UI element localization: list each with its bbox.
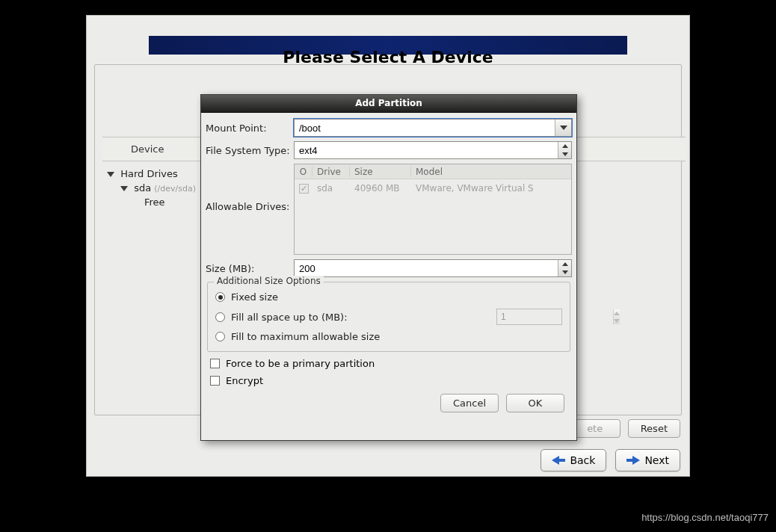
mount-point-label: Mount Point:	[206, 123, 294, 134]
group-title: Additional Size Options	[214, 276, 324, 286]
drives-col-size[interactable]: Size	[350, 167, 411, 177]
checkbox-disabled-icon: ✓	[299, 184, 309, 194]
drives-col-check[interactable]: O	[295, 167, 312, 177]
back-label: Back	[570, 454, 595, 466]
radio-fill-up-to[interactable]: Fill all space up to (MB):	[215, 306, 562, 328]
chevron-down-icon	[560, 126, 567, 130]
size-label: Size (MB):	[206, 263, 294, 274]
drive-row[interactable]: ✓ sda 40960 MB VMware, VMware Virtual S	[295, 179, 571, 196]
tree-label: Hard Drives	[120, 168, 178, 179]
chevron-down-icon[interactable]	[120, 186, 128, 191]
chevron-down-icon	[562, 270, 568, 274]
ok-button[interactable]: OK	[506, 394, 564, 412]
action-row: ete Reset	[570, 419, 680, 438]
size-spin-down[interactable]	[558, 268, 571, 276]
mount-point-input[interactable]	[295, 120, 555, 136]
fs-type-buttons[interactable]	[558, 142, 571, 158]
drive-model: VMware, VMware Virtual S	[411, 183, 571, 194]
cancel-button[interactable]: Cancel	[440, 394, 499, 412]
drives-col-model[interactable]: Model	[411, 167, 571, 177]
dialog-title: Add Partition	[201, 95, 576, 113]
checkbox-icon[interactable]	[210, 359, 220, 368]
next-label: Next	[644, 454, 669, 466]
mount-point-combo[interactable]	[294, 119, 572, 137]
drives-col-drive[interactable]: Drive	[312, 167, 350, 177]
radio-label: Fill all space up to (MB):	[231, 312, 348, 323]
watermark: https://blog.csdn.net/taoqi777	[641, 512, 769, 523]
nav-row: Back Next	[541, 449, 680, 471]
radio-label: Fill to maximum allowable size	[231, 331, 380, 342]
radio-label: Fixed size	[231, 291, 278, 303]
fs-type-combo[interactable]	[294, 141, 572, 159]
chevron-down-icon[interactable]	[107, 172, 114, 177]
additional-size-options: Additional Size Options Fixed size Fill …	[207, 282, 570, 352]
drive-size: 40960 MB	[350, 183, 411, 194]
radio-fixed-size[interactable]: Fixed size	[215, 288, 562, 306]
radio-icon[interactable]	[215, 332, 225, 341]
size-spin-buttons[interactable]	[558, 260, 571, 276]
size-spin-up[interactable]	[558, 260, 571, 268]
fs-type-input[interactable]	[295, 142, 558, 158]
drive-name: sda	[312, 183, 350, 194]
chevron-down-icon	[562, 152, 568, 156]
radio-icon[interactable]	[215, 312, 225, 322]
next-button[interactable]: Next	[615, 449, 680, 471]
radio-fill-max[interactable]: Fill to maximum allowable size	[215, 328, 562, 345]
chevron-down-icon	[614, 319, 620, 323]
allowable-drives-list[interactable]: O Drive Size Model ✓ sda 40960 MB VMware…	[294, 164, 572, 255]
mount-point-dropdown[interactable]	[555, 120, 571, 136]
check-encrypt[interactable]: Encrypt	[206, 372, 572, 389]
check-label: Encrypt	[226, 375, 263, 386]
tree-label: Free	[144, 197, 165, 208]
device-path: (/dev/sda)	[154, 184, 196, 194]
radio-icon[interactable]	[215, 292, 225, 302]
chevron-up-icon	[614, 312, 620, 315]
tree-label: sda	[134, 182, 151, 194]
check-label: Force to be a primary partition	[226, 358, 375, 369]
size-spinner[interactable]	[294, 259, 572, 277]
add-partition-dialog: Add Partition Mount Point: File System T…	[200, 94, 577, 441]
fs-type-label: File System Type:	[206, 145, 294, 156]
arrow-left-icon	[552, 456, 565, 465]
chevron-up-icon	[562, 144, 568, 148]
fill-up-to-input	[496, 309, 562, 325]
allowable-drives-label: Allowable Drives:	[206, 164, 294, 212]
checkbox-icon[interactable]	[210, 376, 220, 386]
back-button[interactable]: Back	[541, 449, 606, 471]
chevron-up-icon	[562, 262, 568, 266]
check-primary-partition[interactable]: Force to be a primary partition	[206, 355, 572, 372]
arrow-right-icon	[626, 456, 640, 465]
reset-button[interactable]: Reset	[628, 419, 680, 438]
fill-up-to-field	[501, 309, 613, 324]
size-input[interactable]	[295, 260, 558, 276]
